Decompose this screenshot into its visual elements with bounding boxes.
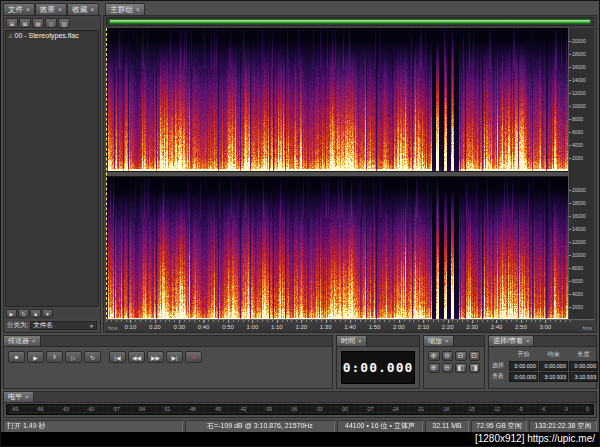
time-ruler-unit-right: hms <box>583 325 592 331</box>
frequency-tick-label: 20000 <box>572 39 586 44</box>
tab-effects[interactable]: 效果 × <box>35 3 67 15</box>
close-icon[interactable]: × <box>358 338 362 344</box>
tab-main-group[interactable]: 主群组 × <box>105 3 145 15</box>
chevron-down-icon: ▼ <box>89 323 94 329</box>
frequency-tick-label: 6000 <box>572 279 583 284</box>
stop-button[interactable]: ■ <box>8 351 25 363</box>
close-file-icon[interactable]: ⊠ <box>19 18 31 28</box>
zoom-in-horizontal-button[interactable]: ⊕ <box>428 351 440 361</box>
selection-view-panel-tab[interactable]: 选择/查看 × <box>489 336 534 346</box>
files-panel: ⊞⊠▤◎▥ ♫ 00 - Stereotypes.flac ▶↻■▼ 分类为: … <box>3 15 101 333</box>
loop-play-icon[interactable]: ↻ <box>18 309 29 318</box>
time-panel: 时间 × 0:00.000 <box>336 335 420 389</box>
selection-start-field[interactable]: 0:00.000 <box>509 361 538 371</box>
time-tick-label: 1:10 <box>271 324 283 330</box>
close-icon[interactable]: × <box>90 6 94 13</box>
col-header-start: 开始 <box>509 350 538 360</box>
time-display[interactable]: 0:00.000 <box>341 351 415 384</box>
zoom-out-full-button[interactable]: ⊟ <box>455 351 467 361</box>
sort-label: 分类为: <box>7 321 28 330</box>
play-icon[interactable]: ▶ <box>6 309 17 318</box>
watermark: [1280x912] https://upic.me/ <box>1 432 599 446</box>
selection-end-field[interactable]: 0:00.000 <box>539 361 568 371</box>
audio-file-icon: ♫ <box>8 33 13 39</box>
close-icon[interactable]: × <box>58 6 62 13</box>
insert-into-multitrack-icon[interactable]: ▤ <box>32 18 44 28</box>
zoom-out-vertical-button[interactable]: ⊖ <box>442 363 454 373</box>
zoom-to-left-edge-button[interactable]: ◧ <box>455 363 467 373</box>
level-meter-right-bar <box>11 412 589 413</box>
show-options-icon[interactable]: ▥ <box>58 18 70 28</box>
selection-view-table: 开始 结束 长度 选择 0:00.000 0:00.000 0:00.000 查… <box>490 348 595 384</box>
sort-row: 分类为: 文件名 ▼ <box>5 320 99 331</box>
record-button[interactable]: ● <box>185 351 202 363</box>
time-tick-label: 1:40 <box>344 324 356 330</box>
import-file-icon[interactable]: ⊞ <box>6 18 18 28</box>
levels-panel: 电平 × -69-66-63-60-57-54-51-48-45-42-39-3… <box>3 391 597 418</box>
zoom-out-horizontal-button[interactable]: ⊖ <box>442 351 454 361</box>
time-tick-label: 0:30 <box>173 324 185 330</box>
close-icon[interactable]: × <box>526 338 530 344</box>
time-tick-label: 2:00 <box>393 324 405 330</box>
frequency-tick-label: 4000 <box>572 143 583 148</box>
close-icon[interactable]: × <box>32 338 36 344</box>
auto-play-icon[interactable]: ▼ <box>42 309 53 318</box>
close-icon[interactable]: × <box>445 338 449 344</box>
main-group-panel: 2000018000160001400012000100008000600040… <box>103 15 597 333</box>
row-label-selection: 选择 <box>492 361 508 371</box>
frequency-tick-label: 12000 <box>572 91 586 96</box>
levels-panel-title: 电平 <box>8 392 22 402</box>
insert-into-cd-list-icon[interactable]: ◎ <box>45 18 57 28</box>
stop-icon[interactable]: ■ <box>30 309 41 318</box>
time-tick-label: 0:20 <box>149 324 161 330</box>
bottom-dock: 传送器 × ■▶‖▷↻|◀◀◀▶▶▶|● 时间 × 0:00.000 缩放 <box>3 335 597 389</box>
transport-panel: 传送器 × ■▶‖▷↻|◀◀◀▶▶▶|● <box>3 335 333 389</box>
frequency-tick-label: 10000 <box>572 253 586 258</box>
time-ruler[interactable]: hms hms 0:100:200:300:400:501:001:101:20… <box>106 319 594 332</box>
panel-tabs-row: 文件 × 效果 × 收藏 × 主群组 × <box>3 3 597 15</box>
rewind-button[interactable]: ◀◀ <box>128 351 145 363</box>
zoom-in-vertical-button[interactable]: ⊕ <box>428 363 440 373</box>
tab-favorites[interactable]: 收藏 × <box>67 3 99 15</box>
frequency-tick-label: 12000 <box>572 240 586 245</box>
close-icon[interactable]: × <box>136 6 140 13</box>
time-tick-label: 2:50 <box>515 324 527 330</box>
playhead-cursor[interactable] <box>106 28 107 320</box>
transport-panel-tab[interactable]: 传送器 × <box>4 336 41 346</box>
zoom-to-right-edge-button[interactable]: ◨ <box>469 363 481 373</box>
pause-button[interactable]: ‖ <box>46 351 63 363</box>
frequency-ruler[interactable]: 2000018000160001400012000100008000600040… <box>568 28 594 320</box>
view-length-field[interactable]: 3:10.933 <box>569 372 598 382</box>
frequency-tick-label: 18000 <box>572 52 586 57</box>
play-button[interactable]: ▶ <box>27 351 44 363</box>
time-ruler-minor-ticks <box>106 320 572 322</box>
view-end-field[interactable]: 3:10.933 <box>539 372 568 382</box>
play-looped-button[interactable]: ↻ <box>84 351 101 363</box>
frequency-tick-label: 14000 <box>572 78 586 83</box>
zoom-panel-tab[interactable]: 缩放 × <box>424 336 454 346</box>
levels-panel-tab[interactable]: 电平 × <box>4 392 34 402</box>
close-icon[interactable]: × <box>26 6 30 13</box>
zoom-to-selection-button[interactable]: ⊡ <box>469 351 481 361</box>
zoom-navigator-bar[interactable] <box>106 17 594 26</box>
time-panel-title: 时间 <box>341 336 355 346</box>
go-to-end-button[interactable]: ▶| <box>166 351 183 363</box>
play-from-cursor-button[interactable]: ▷ <box>65 351 82 363</box>
sort-select[interactable]: 文件名 ▼ <box>30 321 97 330</box>
file-item[interactable]: ♫ 00 - Stereotypes.flac <box>6 31 98 40</box>
tab-favorites-label: 收藏 <box>72 5 87 15</box>
time-tick-label: 2:10 <box>417 324 429 330</box>
frequency-tick-label: 8000 <box>572 266 583 271</box>
spectrogram-display[interactable] <box>106 28 572 320</box>
fast-forward-button[interactable]: ▶▶ <box>147 351 164 363</box>
zoom-navigator-range[interactable] <box>109 19 591 24</box>
tab-files[interactable]: 文件 × <box>3 3 35 15</box>
close-icon[interactable]: × <box>25 394 29 400</box>
view-start-field[interactable]: 0:00.000 <box>509 372 538 382</box>
tab-effects-label: 效果 <box>40 5 55 15</box>
time-panel-tab[interactable]: 时间 × <box>337 336 367 346</box>
time-tick-label: 3:00 <box>539 324 551 330</box>
go-to-beginning-button[interactable]: |◀ <box>109 351 126 363</box>
level-meter[interactable]: -69-66-63-60-57-54-51-48-45-42-39-36-33-… <box>6 404 594 415</box>
selection-length-field[interactable]: 0:00.000 <box>569 361 598 371</box>
